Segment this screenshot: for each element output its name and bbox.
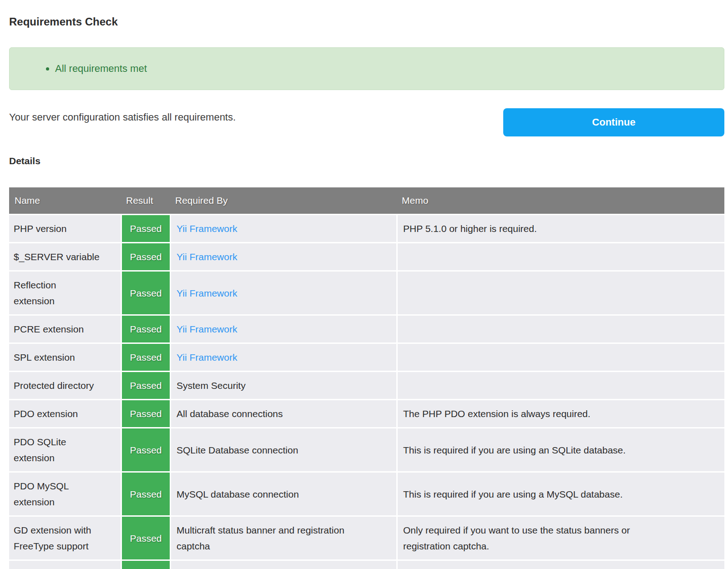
memo-cell: PHP 5.1.0 or higher is required. xyxy=(396,214,724,242)
required-by-cell: Yii Framework xyxy=(170,214,396,242)
required-by-link[interactable]: Yii Framework xyxy=(177,288,237,298)
continue-button[interactable]: Continue xyxy=(503,108,724,136)
required-by-cell: MySQL database connection xyxy=(170,471,396,515)
memo-cell xyxy=(396,314,724,342)
requirement-name: PCRE extension xyxy=(9,314,121,342)
requirement-name: Protected directory xyxy=(9,371,121,399)
result-cell: Passed xyxy=(121,314,170,342)
table-row: Reflection extensionPassedYii Framework xyxy=(9,270,724,314)
table-row: GD extension with FreeType supportPassed… xyxy=(9,515,724,559)
table-row: $_SERVER variablePassedYii Framework xyxy=(9,242,724,270)
required-by-cell: All database connections xyxy=(170,399,396,427)
required-by-link[interactable]: Yii Framework xyxy=(177,223,237,234)
required-by-cell: Yii Framework xyxy=(170,242,396,270)
required-by-cell: Yii Framework xyxy=(170,342,396,371)
requirements-table-body: PHP versionPassedYii FrameworkPHP 5.1.0 … xyxy=(9,214,724,569)
result-cell: Passed xyxy=(121,515,170,559)
details-title: Details xyxy=(9,156,724,166)
memo-cell xyxy=(396,242,724,270)
column-header-required-by: Required By xyxy=(170,187,396,214)
table-row xyxy=(9,559,724,569)
requirement-name: PDO extension xyxy=(9,399,121,427)
required-by-cell: System Security xyxy=(170,371,396,399)
table-row: PDO SQLite extensionPassedSQLite Databas… xyxy=(9,427,724,471)
table-row: SPL extensionPassedYii Framework xyxy=(9,342,724,371)
required-by-link[interactable]: Yii Framework xyxy=(177,324,237,334)
result-cell: Passed xyxy=(121,270,170,314)
requirement-name: SPL extension xyxy=(9,342,121,371)
memo-cell: The PHP PDO extension is always required… xyxy=(396,399,724,427)
table-row: PHP versionPassedYii FrameworkPHP 5.1.0 … xyxy=(9,214,724,242)
success-alert: All requirements met xyxy=(9,47,724,90)
required-by-cell xyxy=(170,559,396,569)
memo-cell xyxy=(396,342,724,371)
column-header-memo: Memo xyxy=(396,187,724,214)
memo-cell xyxy=(396,371,724,399)
result-cell: Passed xyxy=(121,399,170,427)
requirement-name: PDO MySQL extension xyxy=(9,471,121,515)
memo-cell: This is required if you are using an SQL… xyxy=(396,427,724,471)
requirement-name xyxy=(9,559,121,569)
table-row: PDO MySQL extensionPassedMySQL database … xyxy=(9,471,724,515)
memo-cell: This is required if you are using a MySQ… xyxy=(396,471,724,515)
alert-item: All requirements met xyxy=(55,62,147,75)
requirements-table: Name Result Required By Memo PHP version… xyxy=(9,187,724,569)
required-by-link[interactable]: Yii Framework xyxy=(177,352,237,363)
result-cell: Passed xyxy=(121,242,170,270)
memo-cell xyxy=(396,270,724,314)
alert-list: All requirements met xyxy=(10,62,147,75)
requirement-name: $_SERVER variable xyxy=(9,242,121,270)
memo-cell: Only required if you want to use the sta… xyxy=(396,515,724,559)
required-by-cell: Yii Framework xyxy=(170,270,396,314)
result-cell: Passed xyxy=(121,342,170,371)
table-row: PCRE extensionPassedYii Framework xyxy=(9,314,724,342)
table-row: PDO extensionPassedAll database connecti… xyxy=(9,399,724,427)
page-title: Requirements Check xyxy=(9,15,724,28)
result-cell xyxy=(121,559,170,569)
action-row: Your server configuration satisfies all … xyxy=(9,108,724,136)
requirement-name: GD extension with FreeType support xyxy=(9,515,121,559)
summary-text: Your server configuration satisfies all … xyxy=(9,111,503,124)
column-header-result: Result xyxy=(121,187,170,214)
table-header-row: Name Result Required By Memo xyxy=(9,187,724,214)
required-by-cell: Multicraft status banner and registratio… xyxy=(170,515,396,559)
requirement-name: PHP version xyxy=(9,214,121,242)
required-by-link[interactable]: Yii Framework xyxy=(177,252,237,262)
requirements-check-page: Requirements Check All requirements met … xyxy=(9,15,724,569)
requirement-name: PDO SQLite extension xyxy=(9,427,121,471)
memo-cell xyxy=(396,559,724,569)
column-header-name: Name xyxy=(9,187,121,214)
requirement-name: Reflection extension xyxy=(9,270,121,314)
required-by-cell: SQLite Database connection xyxy=(170,427,396,471)
result-cell: Passed xyxy=(121,371,170,399)
result-cell: Passed xyxy=(121,427,170,471)
required-by-cell: Yii Framework xyxy=(170,314,396,342)
table-row: Protected directoryPassedSystem Security xyxy=(9,371,724,399)
result-cell: Passed xyxy=(121,214,170,242)
result-cell: Passed xyxy=(121,471,170,515)
